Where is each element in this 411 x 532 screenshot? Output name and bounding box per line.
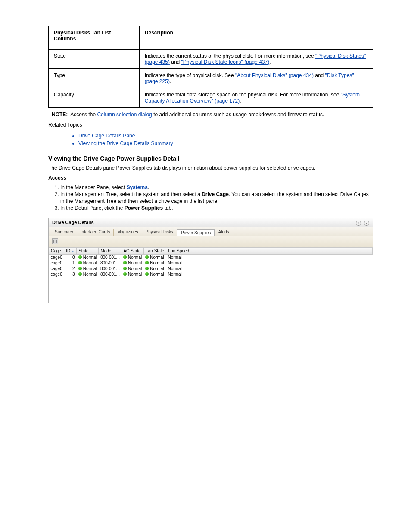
grid-cell: Normal — [77, 254, 99, 260]
step1-link[interactable]: Systems — [126, 184, 147, 190]
collapse-icon[interactable]: – — [364, 221, 369, 226]
step2-bold: Drive Cage — [202, 191, 229, 197]
grid-row[interactable]: cage02Normal800-001...NormalNormalNormal — [49, 266, 373, 271]
status-dot-icon — [145, 267, 149, 270]
tab-power-supplies[interactable]: Power Supplies — [177, 229, 215, 236]
note-label: NOTE: — [52, 112, 68, 118]
note-link[interactable]: Column selection dialog — [97, 112, 152, 118]
grid-cell — [191, 254, 372, 260]
status-dot-icon — [78, 261, 82, 264]
grid-cell: Normal — [166, 266, 191, 271]
col-desc-cell: Indicates the type of physical disk. See… — [139, 69, 373, 88]
columns-tool-icon[interactable] — [52, 238, 58, 244]
col-name-cell: Type — [49, 69, 140, 88]
grid-cell — [191, 271, 372, 277]
status-dot-icon — [123, 272, 127, 276]
related-heading: Related Topics — [48, 121, 373, 128]
col-name-cell: State — [49, 50, 140, 69]
status-dot-icon — [145, 261, 149, 264]
grid-cell: cage0 — [49, 260, 64, 266]
grid-header-fan-state[interactable]: Fan State — [143, 247, 166, 254]
physical-disks-columns-table: Physical Disks Tab List Columns Descript… — [48, 26, 373, 108]
grid-cell: Normal — [166, 260, 191, 266]
grid-header-fan-speed[interactable]: Fan Speed — [166, 247, 191, 254]
widget-title-icons: ? – — [354, 220, 369, 226]
grid-cell: Normal — [166, 271, 191, 277]
grid-row[interactable]: cage00Normal800-001...NormalNormalNormal — [49, 254, 373, 260]
doc-link[interactable]: "About Physical Disks" (page 434) — [235, 72, 314, 78]
step1-prefix: In the Manager Pane, select — [60, 184, 126, 190]
grid-cell: Normal — [166, 254, 191, 260]
grid-cell: 3 — [64, 271, 77, 277]
grid-cell: 1 — [64, 260, 77, 266]
step3-bold: Power Supplies — [125, 205, 163, 211]
tab-alerts[interactable]: Alerts — [215, 229, 233, 236]
drive-cage-details-widget: Drive Cage Details ? – SummaryInterface … — [48, 218, 373, 303]
grid-cell: Normal — [121, 260, 143, 266]
grid-cell: Normal — [143, 271, 166, 277]
grid-row[interactable]: cage01Normal800-001...NormalNormalNormal — [49, 260, 373, 266]
grid-cell: cage0 — [49, 254, 64, 260]
step2-prefix: In the Management Tree, select the syste… — [60, 191, 202, 197]
widget-titlebar: Drive Cage Details ? – — [49, 218, 373, 227]
note-tail: to add additional columns such as usage … — [153, 112, 324, 118]
related-topics-list: Drive Cage Details PaneViewing the Drive… — [61, 133, 373, 146]
tab-summary[interactable]: Summary — [51, 229, 77, 236]
grid-header-state[interactable]: State — [77, 247, 99, 254]
grid-cell — [191, 266, 372, 271]
th-col-name: Physical Disks Tab List Columns — [49, 26, 140, 50]
grid-cell: Normal — [121, 271, 143, 277]
grid-cell — [191, 260, 372, 266]
grid-cell: 800-001... — [99, 266, 121, 271]
grid-cell: Normal — [143, 266, 166, 271]
th-col-desc: Description — [139, 26, 373, 50]
widget-toolbar — [49, 236, 373, 247]
grid-header-ac-state[interactable]: AC State — [121, 247, 143, 254]
grid-cell: 800-001... — [99, 271, 121, 277]
sort-asc-icon: ▲ — [71, 249, 75, 253]
grid-cell: 0 — [64, 254, 77, 260]
help-icon[interactable]: ? — [356, 221, 361, 226]
status-dot-icon — [145, 272, 149, 276]
power-supplies-grid: CageID▲StateModelAC StateFan StateFan Sp… — [49, 247, 373, 277]
grid-cell: Normal — [121, 254, 143, 260]
access-heading: Access — [48, 174, 373, 181]
doc-link[interactable]: "System Capacity Allocation Overview" (p… — [145, 92, 360, 104]
status-dot-icon — [123, 267, 127, 270]
step3-suffix: tab. — [163, 205, 173, 211]
tab-magazines[interactable]: Magazines — [114, 229, 142, 236]
grid-cell: 800-001... — [99, 254, 121, 260]
step1-suffix: . — [148, 184, 149, 190]
grid-header-cage[interactable]: Cage — [49, 247, 64, 254]
status-dot-icon — [78, 267, 82, 270]
doc-link[interactable]: "Physical Disk State Icons" (page 437) — [181, 59, 270, 65]
grid-cell: Normal — [77, 266, 99, 271]
section-title: Viewing the Drive Cage Power Supplies De… — [48, 155, 373, 162]
related-topic-link[interactable]: Viewing the Drive Cage Details Summary — [78, 140, 373, 146]
grid-cell: 800-001... — [99, 260, 121, 266]
status-dot-icon — [78, 255, 82, 259]
note-block: NOTE: Access the Column selection dialog… — [52, 111, 373, 118]
step3-prefix: In the Detail Pane, click the — [60, 205, 125, 211]
widget-title-text: Drive Cage Details — [52, 220, 94, 226]
grid-header-model[interactable]: Model — [99, 247, 121, 254]
tab-interface-cards[interactable]: Interface Cards — [77, 229, 114, 236]
grid-cell: cage0 — [49, 266, 64, 271]
table-row: CapacityIndicates the total data storage… — [49, 88, 373, 108]
status-dot-icon — [145, 255, 149, 259]
status-dot-icon — [123, 255, 127, 259]
grid-header-filler — [191, 247, 372, 254]
grid-row[interactable]: cage03Normal800-001...NormalNormalNormal — [49, 271, 373, 277]
section-intro: The Drive Cage Details pane Power Suppli… — [48, 165, 373, 171]
grid-cell: Normal — [77, 271, 99, 277]
note-text: Access the — [70, 112, 97, 118]
table-row: StateIndicates the current status of the… — [49, 50, 373, 69]
col-desc-cell: Indicates the current status of the phys… — [139, 50, 373, 69]
grid-cell: 2 — [64, 266, 77, 271]
grid-header-id[interactable]: ID▲ — [64, 247, 77, 254]
tab-physical-disks[interactable]: Physical Disks — [142, 229, 177, 236]
grid-cell: Normal — [77, 260, 99, 266]
grid-cell: cage0 — [49, 271, 64, 277]
related-topic-link[interactable]: Drive Cage Details Pane — [78, 133, 373, 139]
status-dot-icon — [123, 261, 127, 264]
